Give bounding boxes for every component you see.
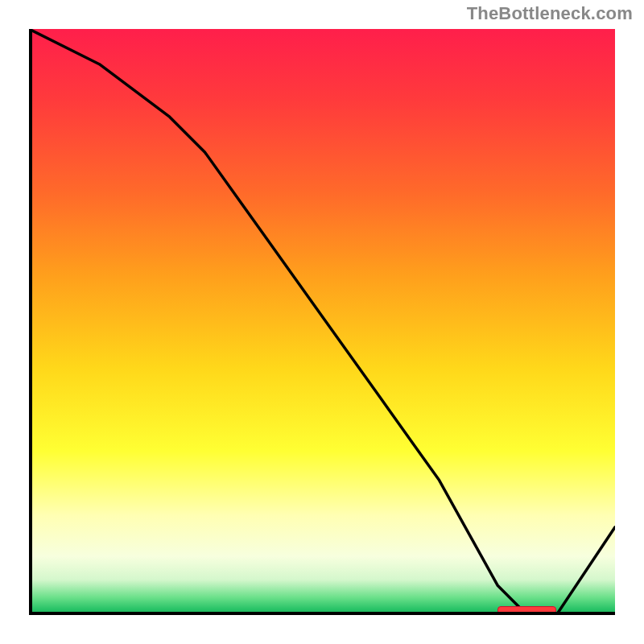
chart-container: TheBottleneck.com [0,0,644,644]
plot-area [29,29,615,615]
watermark-label: TheBottleneck.com [467,3,633,24]
chart-line-layer [29,29,615,615]
optimal-marker [497,606,556,614]
series-curve [29,29,615,615]
